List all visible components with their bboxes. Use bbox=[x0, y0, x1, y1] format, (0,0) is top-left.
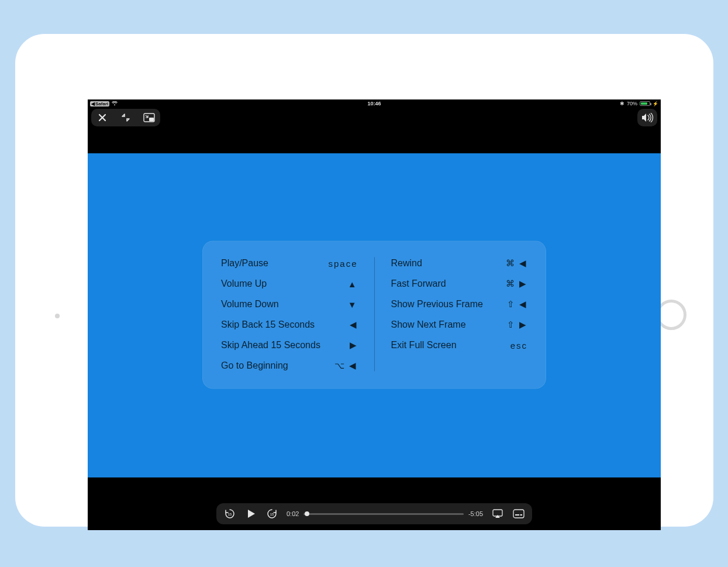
scrubber-knob[interactable] bbox=[305, 511, 309, 516]
shortcut-row: Skip Back 15 Seconds◀ bbox=[221, 319, 358, 331]
close-button[interactable] bbox=[95, 110, 110, 125]
svg-text:15: 15 bbox=[228, 513, 232, 516]
elapsed-time: 0:02 bbox=[287, 510, 299, 517]
player-controls: 15 15 0:02 -5:05 bbox=[216, 503, 532, 524]
charging-icon: ⚡ bbox=[653, 101, 658, 106]
shortcut-row: Fast Forward⌘ ▶ bbox=[391, 278, 528, 290]
battery-icon bbox=[640, 101, 650, 106]
back-to-app[interactable]: ◀ Safari bbox=[90, 101, 109, 106]
pip-button[interactable] bbox=[142, 110, 157, 125]
shortcuts-column-right: Rewind⌘ ◀ Fast Forward⌘ ▶ Show Previous … bbox=[374, 257, 528, 372]
airplay-button[interactable] bbox=[491, 507, 504, 520]
shortcuts-column-left: Play/Pausespace Volume Up▲ Volume Down▼ … bbox=[221, 257, 374, 372]
scrubber[interactable]: 0:02 -5:05 bbox=[287, 510, 483, 517]
shortcut-row: Rewind⌘ ◀ bbox=[391, 257, 528, 269]
play-button[interactable] bbox=[244, 507, 257, 520]
scrubber-bar[interactable] bbox=[303, 513, 464, 515]
remaining-time: -5:05 bbox=[468, 510, 483, 517]
svg-rect-6 bbox=[515, 514, 519, 516]
back-app-label: Safari bbox=[95, 101, 108, 106]
ipad-camera bbox=[55, 314, 60, 318]
exit-fullscreen-button[interactable] bbox=[118, 110, 133, 125]
subtitles-button[interactable] bbox=[512, 507, 525, 520]
svg-text:15: 15 bbox=[270, 513, 274, 516]
skip-forward-15-button[interactable]: 15 bbox=[265, 507, 278, 520]
volume-icon bbox=[640, 110, 655, 125]
shortcut-row: Play/Pausespace bbox=[221, 257, 358, 269]
shortcut-row: Show Next Frame⇧ ▶ bbox=[391, 319, 528, 331]
shortcut-row: Exit Full Screenesc bbox=[391, 339, 528, 351]
shortcut-row: Skip Ahead 15 Seconds▶ bbox=[221, 339, 358, 351]
shortcut-row: Volume Up▲ bbox=[221, 278, 358, 290]
volume-control[interactable] bbox=[637, 109, 657, 126]
shortcut-row: Go to Beginning⌥ ◀ bbox=[221, 360, 358, 372]
skip-back-15-button[interactable]: 15 bbox=[223, 507, 236, 520]
status-bar: ◀ Safari 10:46 ✱ 70% ⚡ bbox=[88, 99, 661, 108]
keyboard-shortcuts-panel: Play/Pausespace Volume Up▲ Volume Down▼ … bbox=[202, 241, 546, 389]
screen: ◀ Safari 10:46 ✱ 70% ⚡ bbox=[88, 99, 661, 530]
status-time: 10:46 bbox=[367, 101, 381, 106]
top-left-controls bbox=[91, 109, 160, 126]
ipad-frame: ◀ Safari 10:46 ✱ 70% ⚡ bbox=[15, 34, 713, 527]
svg-rect-5 bbox=[513, 510, 524, 518]
bluetooth-icon: ✱ bbox=[620, 101, 625, 106]
shortcut-row: Volume Down▼ bbox=[221, 298, 358, 310]
svg-rect-1 bbox=[149, 118, 154, 121]
shortcut-row: Show Previous Frame⇧ ◀ bbox=[391, 298, 528, 310]
wifi-icon bbox=[112, 101, 118, 106]
battery-pct: 70% bbox=[627, 101, 637, 106]
svg-rect-7 bbox=[520, 514, 523, 516]
